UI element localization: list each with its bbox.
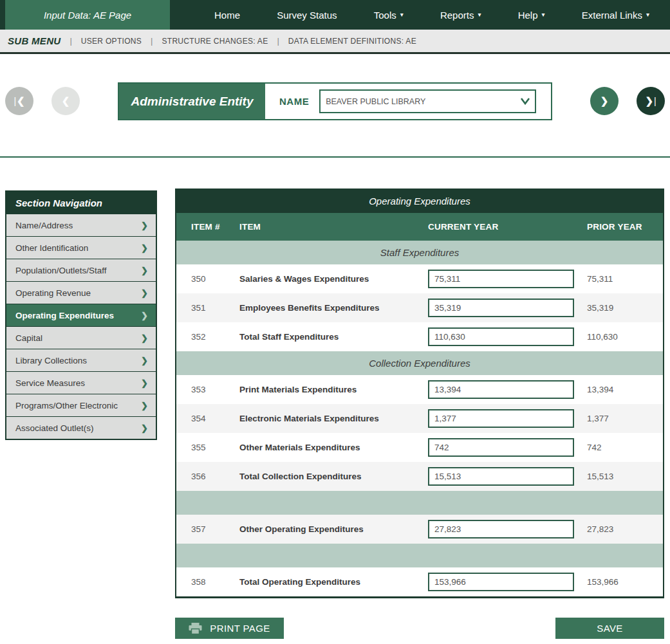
current-year-input[interactable] — [428, 573, 574, 591]
nav-item-home[interactable]: Home — [214, 10, 240, 21]
current-year-input[interactable] — [428, 380, 574, 399]
item-name: Other Operating Expenditures — [239, 524, 428, 534]
printer-icon — [189, 623, 202, 634]
nav-item-reports[interactable]: Reports▾ — [440, 10, 481, 21]
section-navigation: Section Navigation Name/Address❯Other Id… — [5, 190, 157, 440]
entity-selector-bar: Administrative Entity NAME BEAVER PUBLIC… — [118, 82, 552, 120]
nav-item-label: External Links — [582, 10, 642, 21]
divider-rule — [0, 156, 670, 158]
column-header-prior-year: PRIOR YEAR — [587, 222, 663, 232]
table-row: 350Salaries & Wages Expenditures75,311 — [176, 264, 663, 293]
chevron-right-icon: ❯ — [141, 378, 148, 388]
prior-year-value: 35,319 — [587, 303, 663, 313]
last-entity-button[interactable]: ❯| — [637, 87, 665, 115]
current-year-input[interactable] — [428, 409, 574, 428]
table-row: 353Print Materials Expenditures13,394 — [176, 375, 663, 404]
sidebar-item-library-collections[interactable]: Library Collections❯ — [6, 349, 156, 371]
spacer-row — [176, 491, 663, 515]
current-year-input[interactable] — [428, 299, 574, 317]
separator: | — [70, 36, 71, 46]
item-name: Salaries & Wages Expenditures — [239, 274, 428, 284]
prior-year-value: 110,630 — [587, 332, 663, 342]
submenu-item-user-options[interactable]: USER OPTIONS — [81, 37, 142, 46]
chevron-right-icon: ❯ — [600, 95, 609, 107]
sidebar-item-associated-outlet-s-[interactable]: Associated Outlet(s)❯ — [6, 416, 156, 439]
current-year-input[interactable] — [428, 327, 574, 346]
first-entity-button[interactable]: |❮ — [5, 87, 33, 115]
current-year-cell — [428, 520, 587, 538]
chevron-right-icon: ❯ — [141, 333, 148, 343]
item-number: 356 — [176, 472, 239, 481]
entity-name-area: NAME BEAVER PUBLIC LIBRARY — [265, 84, 551, 119]
sidebar-item-label: Associated Outlet(s) — [15, 423, 94, 433]
chevron-right-icon: ❯ — [141, 423, 148, 433]
sidebar-item-other-identification[interactable]: Other Identification❯ — [6, 236, 156, 259]
sidebar-item-label: Service Measures — [15, 378, 85, 388]
item-name: Print Materials Expenditures — [239, 385, 428, 394]
item-name: Total Staff Expenditures — [239, 332, 428, 342]
sidebar-item-label: Capital — [15, 333, 42, 343]
sidebar-item-name-address[interactable]: Name/Address❯ — [6, 214, 156, 236]
chevron-right-icon: ❯ — [141, 221, 148, 230]
current-year-cell — [428, 438, 587, 457]
prior-year-value: 15,513 — [587, 472, 663, 481]
nav-item-survey-status[interactable]: Survey Status — [277, 10, 337, 21]
column-header-current-year: CURRENT YEAR — [428, 222, 587, 232]
chevron-right-icon: ❯ — [141, 243, 148, 253]
active-page-tab-label: Input Data: AE Page — [44, 10, 131, 21]
item-number: 355 — [176, 443, 239, 452]
active-page-tab[interactable]: Input Data: AE Page — [5, 0, 170, 30]
prior-year-value: 1,377 — [587, 414, 663, 423]
nav-item-help[interactable]: Help▾ — [518, 10, 545, 21]
nav-item-external-links[interactable]: External Links▾ — [582, 10, 649, 21]
table-row: 354Electronic Materials Expenditures1,37… — [176, 404, 663, 433]
table-row: 356Total Collection Expenditures15,513 — [176, 462, 663, 491]
next-entity-button[interactable]: ❯ — [590, 87, 619, 115]
nav-item-tools[interactable]: Tools▾ — [374, 10, 404, 21]
sidebar-item-label: Population/Outlets/Staff — [15, 266, 107, 275]
item-number: 353 — [176, 385, 239, 394]
chevron-right-icon: ❯ — [141, 356, 148, 365]
submenu-item-data-element-definitions[interactable]: DATA ELEMENT DEFINITIONS: AE — [288, 37, 416, 46]
sub-menu-bar: SUB MENU | USER OPTIONS | STRUCTURE CHAN… — [0, 30, 670, 54]
prior-year-value: 153,966 — [587, 577, 663, 587]
sidebar-item-programs-other-electronic[interactable]: Programs/Other Electronic❯ — [6, 394, 156, 416]
table-row: 357Other Operating Expenditures27,823 — [176, 515, 663, 544]
current-year-input[interactable] — [428, 270, 574, 288]
column-header-item: ITEM — [239, 222, 428, 232]
sidebar-item-label: Name/Address — [15, 221, 73, 230]
save-button[interactable]: SAVE — [555, 618, 664, 639]
item-name: Total Operating Expenditures — [239, 577, 428, 587]
section-header-row: Collection Expenditures — [176, 351, 663, 375]
current-year-input[interactable] — [428, 438, 574, 457]
sidebar-item-population-outlets-staff[interactable]: Population/Outlets/Staff❯ — [6, 259, 156, 281]
print-page-label: PRINT PAGE — [210, 623, 270, 634]
submenu-item-structure-changes[interactable]: STRUCTURE CHANGES: AE — [162, 37, 268, 46]
sidebar-item-service-measures[interactable]: Service Measures❯ — [6, 371, 156, 394]
section-header-row: Staff Expenditures — [176, 241, 663, 264]
nav-item-label: Home — [214, 10, 240, 21]
current-year-input[interactable] — [428, 467, 574, 486]
sidebar-item-capital[interactable]: Capital❯ — [6, 326, 156, 349]
chevron-right-icon: ❯ — [141, 401, 148, 410]
nav-item-label: Survey Status — [277, 10, 337, 21]
current-year-cell — [428, 327, 587, 346]
prior-year-value: 75,311 — [587, 274, 663, 284]
print-page-button[interactable]: PRINT PAGE — [175, 618, 284, 639]
spacer-row — [176, 544, 663, 567]
sidebar-item-operating-revenue[interactable]: Operating Revenue❯ — [6, 281, 156, 304]
current-year-input[interactable] — [428, 520, 574, 538]
separator: | — [151, 36, 153, 46]
item-name: Total Collection Expenditures — [239, 472, 428, 481]
table-row: 355Other Materials Expenditures742 — [176, 433, 663, 462]
entity-type-label: Administrative Entity — [119, 84, 265, 119]
item-number: 357 — [176, 524, 239, 534]
entity-name-select[interactable]: BEAVER PUBLIC LIBRARY — [319, 89, 536, 113]
previous-entity-button[interactable]: ❮ — [51, 87, 80, 115]
caret-down-icon: ▾ — [478, 12, 481, 18]
table-body: Staff Expenditures350Salaries & Wages Ex… — [176, 241, 663, 596]
sidebar-item-operating-expenditures[interactable]: Operating Expenditures❯ — [6, 304, 156, 326]
column-header-item-number: ITEM # — [176, 222, 239, 232]
chevron-left-icon: ❮ — [62, 95, 70, 107]
name-label: NAME — [279, 96, 309, 107]
